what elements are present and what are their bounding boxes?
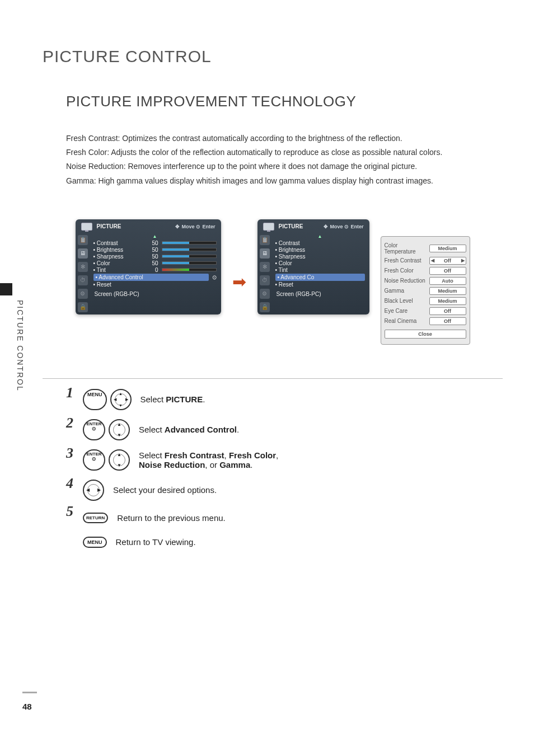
category-icon[interactable]: 📋 [260,235,270,245]
category-icon-picture[interactable]: 🖥 [260,248,270,259]
menu-item-sharpness[interactable]: • Sharpness [275,253,365,260]
monitor-icon [81,223,92,231]
step-text: Return to TV viewing. [116,537,196,547]
menu-item-sharpness[interactable]: • Sharpness50 [93,253,217,260]
menu-button-icon: MENU [83,389,107,410]
monitor-icon [263,223,274,231]
step-number: 2 [66,415,74,431]
enter-dot-icon: ⊙ [196,224,200,229]
intro-line: Fresh Contrast: Optimizes the contrast a… [66,132,503,145]
category-icon[interactable]: ✻ [260,262,270,272]
step-menu-exit: MENU Return to TV viewing. [66,537,503,548]
page-number: 48 [22,702,32,711]
osd-title: PICTURE [97,223,121,229]
osd-title: PICTURE [279,223,303,229]
osd-picture-menu-after: PICTURE ✥Move⊙Enter 📋 🖥 ✻ ⏱ ⚙ 🔒 ▲ • Cont… [257,219,369,314]
intro-block: Fresh Contrast: Optimizes the contrast a… [66,132,503,188]
section-title: PICTURE IMPROVEMENT TECHNOLOGY [66,93,503,110]
step-text: Return to the previous menu. [117,513,225,523]
category-icon[interactable]: 🔒 [260,302,270,312]
menu-item-brightness[interactable]: • Brightness [275,247,365,253]
step-number: 4 [66,475,74,492]
menu-item-contrast[interactable]: • Contrast [275,240,365,246]
divider [43,378,503,379]
category-icon[interactable]: 📋 [78,235,88,245]
left-margin-marker [0,283,12,295]
step-5: 5 RETURN Return to the previous menu. [66,510,503,527]
category-icon[interactable]: 🔒 [78,302,88,312]
nav-arrows-icon: ✥ [175,224,180,229]
category-icon[interactable]: ✻ [78,262,88,272]
enter-button-icon: ENTER⊙ [83,419,105,440]
menu-button-icon: MENU [83,537,107,548]
category-icon[interactable]: ⚙ [78,289,88,299]
up-down-pad-icon [109,449,130,471]
category-icon[interactable]: ⚙ [260,289,270,299]
menu-item-advanced-control[interactable]: • Advanced Co [275,274,365,281]
up-down-pad-icon [109,419,130,440]
menu-item-advanced-control[interactable]: • Advanced Control⊙ [93,274,217,281]
osd-figure-row: PICTURE ✥Move⊙Enter 📋 🖥 ✻ ⏱ ⚙ 🔒 ▲ • Cont… [43,219,503,345]
step-text: Select your desired options. [113,485,217,495]
nav-arrows-icon: ✥ [324,224,328,229]
enter-dot-icon: ⊙ [344,224,349,229]
advanced-control-popup: Color TemperatureMedium Fresh ContrastOf… [381,236,470,345]
enter-dot-icon: ⊙ [212,274,217,280]
step-3: 3 ENTER⊙ Select Fresh Contrast, Fresh Co… [66,449,503,471]
popup-row-gamma[interactable]: GammaMedium [385,287,466,295]
scroll-up-icon[interactable]: ▲ [275,234,365,240]
menu-item-tint[interactable]: • Tint0 [93,267,217,273]
popup-close-button[interactable]: Close [385,330,466,339]
menu-item-screen[interactable]: Screen (RGB-PC) [95,291,216,297]
menu-item-color[interactable]: • Color50 [93,260,217,266]
return-button-icon: RETURN [83,513,108,523]
menu-item-contrast[interactable]: • Contrast50 [93,240,217,246]
popup-row-black-level[interactable]: Black LevelMedium [385,297,466,305]
step-number: 5 [66,503,74,520]
step-number: 3 [66,445,74,462]
left-right-pad-icon [83,480,104,501]
step-1: 1 MENU ◀▶ Select PICTURE. [66,389,503,410]
step-2: 2 ENTER⊙ Select Advanced Control. [66,419,503,440]
popup-row-noise-reduction[interactable]: Noise ReductionAuto [385,277,466,285]
osd-picture-menu-before: PICTURE ✥Move⊙Enter 📋 🖥 ✻ ⏱ ⚙ 🔒 ▲ • Cont… [76,219,221,314]
side-tab-label: PICTURE CONTROL [16,300,25,392]
popup-row-fresh-contrast[interactable]: Fresh ContrastOff [385,257,466,265]
arrow-right-icon: ➡ [232,272,246,292]
page-corner-bar [22,692,37,693]
step-text: Select Fresh Contrast, Fresh Color, Nois… [139,450,278,469]
intro-line: Gamma: High gamma values display whitish… [66,174,503,188]
menu-item-reset[interactable]: • Reset [93,281,217,288]
step-4: 4 Select your desired options. [66,480,503,501]
category-icon[interactable]: ⏱ [260,275,270,285]
intro-line: Fresh Color: Adjusts the color of the re… [66,145,503,159]
menu-item-screen[interactable]: Screen (RGB-PC) [277,291,364,297]
step-text: Select Advanced Control. [139,425,239,434]
category-icon[interactable]: ⏱ [78,275,88,285]
menu-item-tint[interactable]: • Tint [275,267,365,273]
enter-button-icon: ENTER⊙ [83,449,105,471]
intro-line: Noise Reduction: Removes interference up… [66,159,503,173]
popup-row-eye-care[interactable]: Eye CareOff [385,307,466,315]
menu-item-color[interactable]: • Color [275,260,365,266]
page-title: PICTURE CONTROL [43,47,503,66]
menu-item-reset[interactable]: • Reset [275,281,365,288]
nav-pad-icon: ◀▶ [110,389,132,410]
scroll-up-icon[interactable]: ▲ [93,234,217,240]
category-icon-picture[interactable]: 🖥 [78,248,88,259]
popup-row-fresh-color[interactable]: Fresh ColorOff [385,267,466,275]
popup-row-color-temperature[interactable]: Color TemperatureMedium [385,242,466,255]
step-text: Select PICTURE. [140,395,205,404]
popup-row-real-cinema[interactable]: Real CinemaOff [385,317,466,325]
step-number: 1 [66,384,74,401]
menu-item-brightness[interactable]: • Brightness50 [93,247,217,253]
